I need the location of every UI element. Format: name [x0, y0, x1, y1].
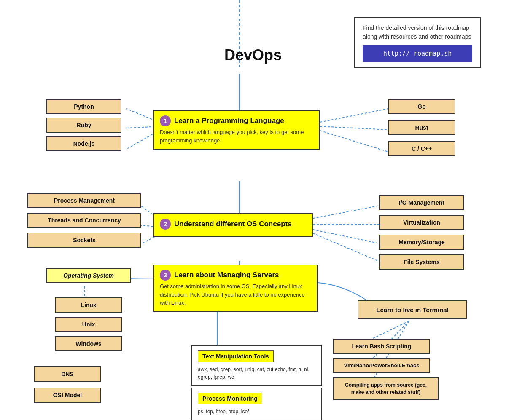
process-mon-header: Process Monitoring: [198, 393, 262, 404]
node-learn-language: 1 Learn a Programming Language Doesn't m…: [153, 110, 320, 150]
leaf-unix[interactable]: Unix: [55, 317, 122, 332]
svg-line-13: [309, 232, 382, 262]
leaf-os[interactable]: Operating System: [46, 268, 131, 283]
node-3-title: Learn about Managing Servers: [174, 271, 279, 279]
node-number-2: 2: [160, 219, 171, 230]
leaf-virtualization[interactable]: Virtualization: [380, 215, 464, 230]
svg-line-5: [320, 126, 388, 130]
leaf-sockets[interactable]: Sockets: [27, 233, 141, 248]
info-box-link[interactable]: http:// roadmap.sh: [363, 45, 472, 62]
svg-line-4: [320, 109, 388, 122]
svg-line-10: [309, 205, 382, 219]
node-2-title: Understand different OS Concepts: [174, 220, 292, 228]
text-manip-body: awk, sed, grep, sort, uniq, cat, cut ech…: [198, 366, 315, 381]
section-process-mon: Process Monitoring ps, top, htop, atop, …: [191, 388, 322, 420]
leaf-cpp[interactable]: C / C++: [388, 141, 455, 156]
leaf-nodejs[interactable]: Node.js: [46, 136, 121, 151]
node-3-body: Get some administration in some OS. Espe…: [160, 282, 311, 307]
leaf-linux[interactable]: Linux: [55, 297, 122, 313]
leaf-go[interactable]: Go: [388, 99, 455, 114]
leaf-io-mgmt[interactable]: I/O Management: [380, 195, 464, 210]
leaf-terminal[interactable]: Learn to live in Terminal: [358, 300, 467, 319]
node-number-3: 3: [160, 270, 171, 281]
node-number-1: 1: [160, 115, 171, 126]
leaf-ruby[interactable]: Ruby: [46, 118, 121, 133]
svg-line-6: [320, 131, 388, 152]
node-1-title: Learn a Programming Language: [174, 117, 284, 125]
info-box-text: Find the detailed version of this roadma…: [363, 24, 472, 41]
leaf-vim[interactable]: Vim/Nano/PowerShell/Emacs: [333, 358, 430, 373]
leaf-bash[interactable]: Learn Bash Scripting: [333, 339, 430, 354]
leaf-rust[interactable]: Rust: [388, 120, 455, 135]
page-title: DevOps: [224, 46, 282, 64]
leaf-memory[interactable]: Memory/Storage: [380, 235, 464, 250]
info-box: Find the detailed version of this roadma…: [354, 17, 481, 68]
node-1-body: Doesn't matter which language you pick, …: [160, 128, 313, 144]
svg-line-15: [373, 321, 409, 338]
text-manip-header: Text Manipulation Tools: [198, 350, 274, 362]
leaf-compiling-text: Compiling apps from source (gcc, make an…: [345, 382, 427, 395]
node-managing-servers: 3 Learn about Managing Servers Get some …: [153, 265, 318, 312]
node-os-concepts: 2 Understand different OS Concepts: [153, 213, 313, 237]
leaf-threads[interactable]: Threads and Concurrency: [27, 213, 141, 228]
leaf-python[interactable]: Python: [46, 99, 121, 114]
svg-line-12: [309, 229, 382, 244]
leaf-compiling[interactable]: Compiling apps from source (gcc, make an…: [333, 377, 439, 400]
leaf-dns[interactable]: DNS: [34, 366, 101, 382]
section-text-manip: Text Manipulation Tools awk, sed, grep, …: [191, 345, 322, 386]
leaf-windows[interactable]: Windows: [55, 336, 122, 351]
process-mon-body: ps, top, htop, atop, lsof: [198, 408, 315, 415]
leaf-osi[interactable]: OSI Model: [34, 388, 101, 403]
leaf-filesystems[interactable]: File Systems: [380, 254, 464, 270]
leaf-process-mgmt[interactable]: Process Management: [27, 193, 141, 208]
